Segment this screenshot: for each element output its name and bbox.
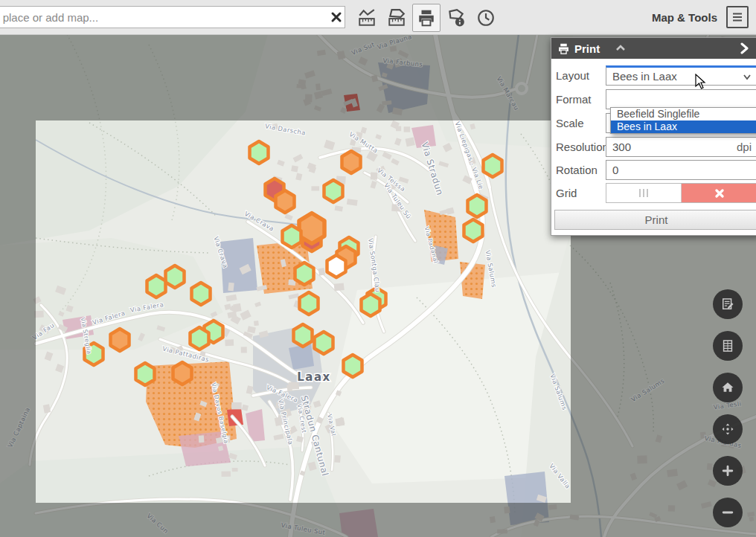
legend-icon [720, 338, 735, 353]
layout-dropdown: Beefield SinglefileBees in Laax [610, 107, 756, 134]
resolution-unit: dpi [737, 141, 752, 153]
chevron-down-icon [743, 72, 752, 81]
print-preview-area[interactable] [36, 120, 571, 503]
report-button[interactable] [713, 289, 743, 319]
rotation-value: 0 [612, 164, 618, 176]
time-tool[interactable] [472, 4, 500, 32]
print-panel: Print Layout Bees in Laax [551, 37, 756, 236]
zoom-out-button[interactable] [713, 498, 743, 527]
print-panel-header[interactable]: Print [551, 38, 756, 59]
measure-line-icon [357, 8, 377, 28]
panel-title: Print [574, 42, 600, 55]
print-panel-body: Layout Bees in Laax Format Scale 1 : 900… [551, 59, 756, 235]
layout-option[interactable]: Beefield Singlefile [611, 108, 756, 120]
locate-button[interactable] [713, 414, 743, 444]
identify-icon [446, 8, 466, 28]
layout-label: Layout [556, 69, 606, 82]
toolbar: Map & Tools [0, 0, 756, 35]
scale-label: Scale [556, 117, 606, 129]
print-icon [557, 42, 570, 55]
report-icon [720, 297, 735, 312]
close-panel-button[interactable] [739, 42, 749, 54]
format-select[interactable] [606, 89, 756, 109]
rotation-input[interactable]: 0 [606, 160, 756, 180]
layout-option[interactable]: Bees in Laax [611, 120, 756, 133]
print-button[interactable]: Print [554, 210, 756, 230]
hamburger-icon [731, 10, 744, 24]
chevron-up-icon [615, 42, 627, 54]
resolution-input[interactable]: 300 dpi [606, 137, 756, 157]
grid-toggle-grip[interactable] [606, 184, 682, 202]
app-window: Via DarschaVia MuttaVia TeissaVia Tuleu … [0, 0, 756, 537]
home-button[interactable] [713, 373, 743, 402]
collapse-panel-button[interactable] [615, 42, 627, 54]
locate-icon [720, 422, 735, 437]
map-controls [713, 289, 743, 527]
clear-icon [330, 10, 343, 24]
resolution-label: Resolution [556, 141, 606, 153]
rotation-label: Rotation [556, 164, 606, 176]
grid-toggle-off[interactable] [682, 184, 756, 202]
search-input[interactable] [0, 6, 345, 28]
zoom-in-button[interactable] [713, 456, 743, 486]
print-tool[interactable] [412, 4, 441, 32]
measure-line-tool[interactable] [353, 4, 381, 32]
legend-button[interactable] [713, 331, 743, 361]
measure-area-tool[interactable] [382, 4, 411, 32]
print-icon [417, 8, 436, 28]
zoom-in-icon [720, 463, 735, 478]
toolbar-right: Map & Tools [652, 0, 749, 34]
print-preview-dim [0, 503, 756, 537]
grid-label: Grid [556, 187, 606, 199]
grid-off-icon [715, 189, 724, 198]
identify-tool[interactable] [442, 4, 470, 32]
print-preview-dim [0, 120, 36, 503]
menu-label: Map & Tools [652, 11, 717, 24]
time-icon [476, 8, 496, 28]
format-label: Format [556, 93, 606, 106]
layout-select[interactable]: Bees in Laax [606, 65, 756, 86]
home-icon [720, 380, 735, 395]
search-clear-button[interactable] [330, 10, 343, 24]
layout-value: Bees in Laax [612, 70, 743, 83]
menu-button[interactable] [726, 6, 749, 28]
grid-toggle[interactable] [606, 183, 756, 203]
resolution-value: 300 [612, 141, 631, 153]
zoom-out-icon [720, 505, 735, 520]
toolbar-tools [353, 4, 500, 32]
measure-area-icon [387, 8, 406, 28]
arrow-right-icon [739, 42, 749, 54]
